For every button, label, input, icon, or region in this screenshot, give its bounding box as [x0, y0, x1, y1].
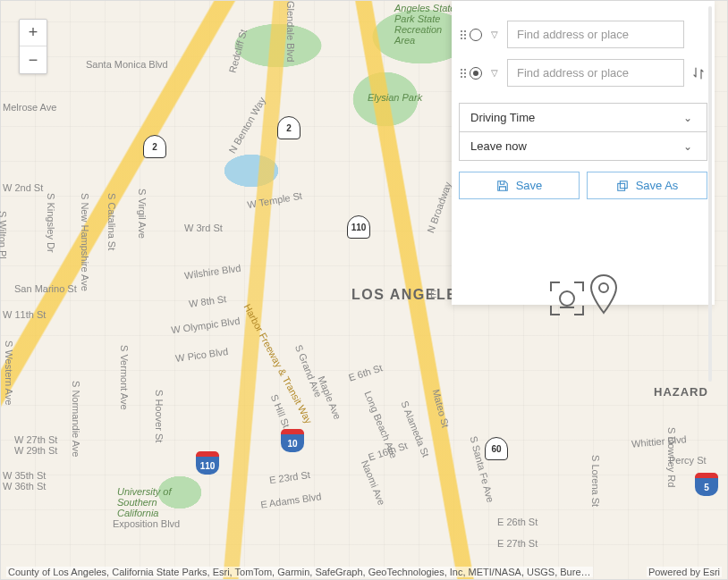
svg-point-3: [560, 291, 574, 306]
drag-handle-icon[interactable]: [459, 30, 464, 39]
zoom-in-button[interactable]: +: [20, 20, 47, 46]
save-as-button[interactable]: Save As: [587, 172, 707, 199]
hwy-shield-i5: 5: [695, 473, 718, 496]
hwy-shield-ca2: 2: [143, 135, 166, 158]
save-icon: [496, 180, 509, 192]
swap-icon: [691, 66, 706, 80]
travel-mode-select[interactable]: Driving Time ⌄: [460, 104, 707, 132]
hwy-shield-ca110: 110: [347, 215, 370, 239]
attribution-sources: County of Los Angeles, California State …: [6, 567, 593, 577]
hwy-shield-ca2: 2: [277, 116, 301, 139]
save-as-icon: [616, 180, 629, 192]
stop-row-destination: ▽: [459, 54, 707, 92]
pin-icon: [588, 273, 620, 320]
directions-panel: ▽ ⇅ ▽ Driving Time ⌄ Leave now: [452, 1, 715, 305]
save-label: Save: [516, 179, 543, 192]
destination-input[interactable]: [507, 59, 684, 87]
svg-rect-1: [620, 181, 627, 188]
attribution-bar: County of Los Angeles, California State …: [6, 567, 722, 577]
zoom-out-button[interactable]: −: [20, 46, 47, 73]
stop-row-origin: ▽ ⇅: [459, 15, 707, 54]
options-group: Driving Time ⌄ Leave now ⌄: [459, 103, 707, 161]
save-button[interactable]: Save: [459, 172, 580, 199]
travel-mode-value: Driving Time: [470, 111, 535, 124]
chevron-down-icon[interactable]: ▽: [487, 68, 502, 78]
scrollbar[interactable]: [708, 6, 712, 382]
zoom-control: + −: [19, 19, 47, 74]
chevron-down-icon[interactable]: ▽: [487, 29, 502, 39]
swap-stops-button[interactable]: [690, 66, 707, 80]
depart-mode-select[interactable]: Leave now ⌄: [460, 132, 707, 160]
pin-bracket-icon: [549, 281, 585, 320]
map-root: LOS ANGELES HAZARD Elysian Park Angeles …: [0, 0, 728, 580]
hwy-shield-i10: 10: [281, 429, 304, 452]
action-row: Save Save As: [459, 172, 707, 199]
origin-marker-icon: [470, 29, 482, 41]
hwy-shield-i110: 110: [196, 451, 219, 475]
svg-rect-0: [617, 183, 624, 190]
origin-input[interactable]: [507, 21, 684, 48]
save-as-label: Save As: [636, 179, 679, 192]
depart-mode-value: Leave now: [470, 139, 527, 153]
drag-handle-icon[interactable]: [459, 69, 464, 78]
svg-point-2: [599, 283, 608, 292]
attribution-esri[interactable]: Powered by Esri: [647, 567, 722, 577]
destination-marker-icon: [470, 67, 482, 80]
chevron-down-icon: ⌄: [680, 112, 696, 124]
hwy-shield-ca60: 60: [485, 437, 508, 460]
chevron-down-icon: ⌄: [680, 140, 696, 153]
